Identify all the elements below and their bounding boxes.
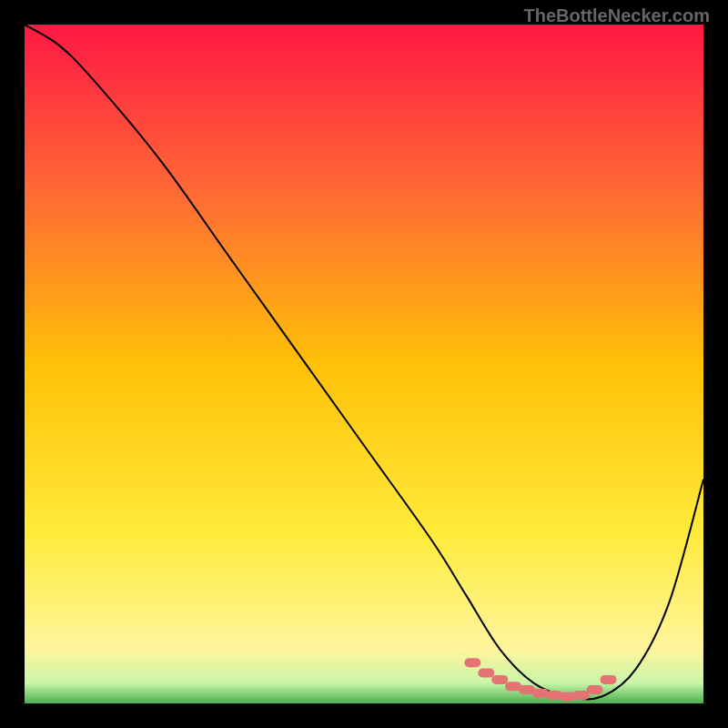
highlight-marker	[573, 691, 590, 700]
highlight-marker	[478, 668, 494, 677]
highlight-marker	[491, 675, 508, 684]
watermark-text: TheBottleNecker.com	[523, 5, 710, 26]
highlight-marker	[587, 685, 603, 694]
highlight-marker	[601, 675, 617, 684]
gradient-background	[25, 25, 703, 703]
highlight-marker	[464, 658, 480, 667]
chart-plot-area	[25, 25, 703, 703]
chart-svg	[25, 25, 703, 703]
